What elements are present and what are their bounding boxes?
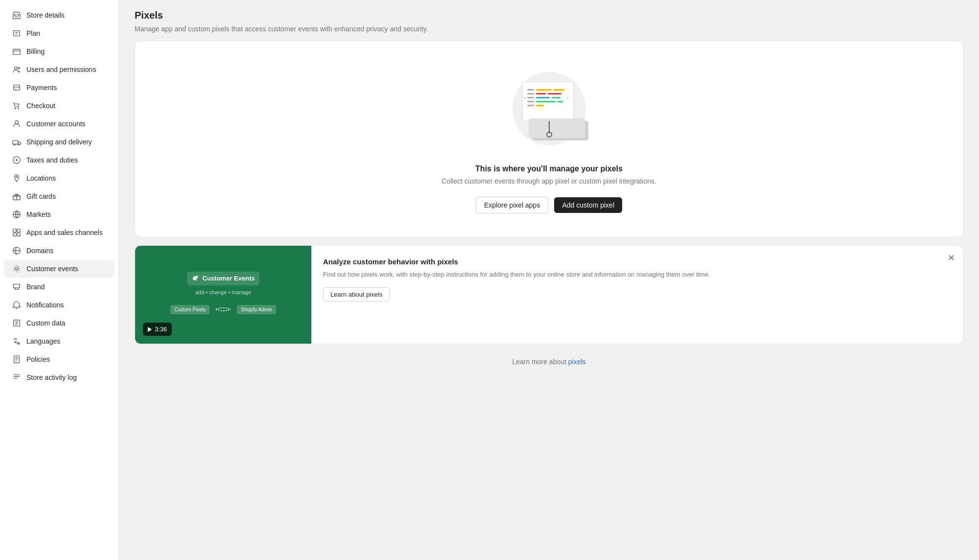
sidebar-item-plan-label: Plan xyxy=(26,29,40,37)
video-title-text: Customer Events xyxy=(203,275,255,282)
svg-rect-29 xyxy=(548,93,561,94)
sidebar-item-taxes-label: Taxes and duties xyxy=(26,156,78,164)
svg-rect-27 xyxy=(527,93,534,94)
svg-point-10 xyxy=(18,144,20,145)
promo-close-button[interactable]: ✕ xyxy=(948,254,955,262)
notifications-icon xyxy=(12,300,22,310)
sidebar-item-store-details[interactable]: Store details xyxy=(4,6,115,24)
svg-rect-16 xyxy=(13,233,16,236)
play-icon xyxy=(148,327,152,332)
sidebar-item-locations-label: Locations xyxy=(26,174,56,182)
page-description: Manage app and custom pixels that access… xyxy=(135,25,963,33)
sidebar-item-languages-label: Languages xyxy=(26,337,60,345)
brand-icon xyxy=(12,282,22,292)
learn-about-pixels-button[interactable]: Learn about pixels xyxy=(323,287,390,302)
sidebar-item-shipping-label: Shipping and delivery xyxy=(26,138,92,146)
sidebar-item-policies[interactable]: Policies xyxy=(4,350,115,368)
pixel-illustration: ‹ › xyxy=(495,65,603,153)
sidebar-item-taxes-duties[interactable]: Taxes and duties xyxy=(4,151,115,169)
sidebar-item-checkout[interactable]: Checkout xyxy=(4,97,115,115)
svg-rect-28 xyxy=(536,93,546,94)
customer-events-icon xyxy=(12,264,22,274)
svg-rect-35 xyxy=(558,101,563,102)
svg-rect-15 xyxy=(17,229,20,232)
svg-rect-32 xyxy=(552,97,560,98)
languages-icon xyxy=(12,336,22,346)
sidebar-item-notifications[interactable]: Notifications xyxy=(4,296,115,314)
sidebar-item-plan[interactable]: Plan xyxy=(4,24,115,42)
svg-rect-14 xyxy=(13,229,16,232)
empty-state-subtitle: Collect customer events through app pixe… xyxy=(442,177,656,185)
promo-card: Customer Events add • change • manage Cu… xyxy=(135,245,963,344)
svg-rect-26 xyxy=(554,89,564,91)
svg-point-9 xyxy=(14,144,15,145)
sidebar-item-store-activity-log[interactable]: Store activity log xyxy=(4,369,115,386)
play-badge[interactable]: 3:36 xyxy=(143,323,172,336)
svg-rect-25 xyxy=(536,89,552,91)
markets-icon xyxy=(12,210,22,219)
apps-icon xyxy=(12,228,22,237)
promo-description: Find out how pixels work, with step-by-s… xyxy=(323,270,951,280)
sidebar-item-markets-label: Markets xyxy=(26,210,51,218)
svg-rect-2 xyxy=(13,49,20,55)
svg-rect-31 xyxy=(536,97,550,98)
sidebar-item-users-permissions[interactable]: Users and permissions xyxy=(4,61,115,78)
locations-icon xyxy=(12,173,22,183)
pixels-link[interactable]: pixels xyxy=(568,358,586,366)
sidebar-item-gift-cards[interactable]: Gift cards xyxy=(4,187,115,205)
svg-rect-41 xyxy=(529,118,585,138)
sidebar-item-brand[interactable]: Brand xyxy=(4,278,115,296)
svg-rect-30 xyxy=(527,97,534,98)
sidebar-item-custom-data[interactable]: Custom data xyxy=(4,314,115,332)
video-label2: Shopify Admin xyxy=(237,305,276,314)
svg-point-4 xyxy=(18,68,20,70)
sidebar-item-store-activity-log-label: Store activity log xyxy=(26,373,77,381)
sidebar-item-billing-label: Billing xyxy=(26,47,45,55)
svg-point-19 xyxy=(15,267,18,270)
sidebar-item-policies-label: Policies xyxy=(26,355,50,363)
sidebar-item-domains[interactable]: Domains xyxy=(4,242,115,259)
main-content: Pixels Manage app and custom pixels that… xyxy=(119,0,979,560)
svg-point-5 xyxy=(15,108,16,109)
svg-point-11 xyxy=(16,176,18,178)
svg-point-6 xyxy=(18,108,19,109)
sidebar-item-locations[interactable]: Locations xyxy=(4,169,115,187)
promo-video-thumbnail[interactable]: Customer Events add • change • manage Cu… xyxy=(135,246,311,344)
policies-icon xyxy=(12,354,22,364)
sidebar-item-languages[interactable]: Languages xyxy=(4,332,115,350)
explore-pixel-apps-button[interactable]: Explore pixel apps xyxy=(476,197,548,213)
sidebar-item-payments-label: Payments xyxy=(26,84,57,92)
sidebar-item-payments[interactable]: Payments xyxy=(4,79,115,96)
customer-accounts-icon xyxy=(12,119,22,129)
sidebar-item-customer-accounts[interactable]: Customer accounts xyxy=(4,115,115,133)
svg-rect-1 xyxy=(14,31,20,36)
video-duration: 3:36 xyxy=(155,326,167,333)
page-title: Pixels xyxy=(135,0,963,25)
payments-icon xyxy=(12,83,22,93)
add-custom-pixel-button[interactable]: Add custom pixel xyxy=(554,197,622,213)
store-icon xyxy=(12,10,22,20)
sidebar-item-customer-accounts-label: Customer accounts xyxy=(26,120,86,128)
svg-text:‹: ‹ xyxy=(524,94,526,101)
sidebar-item-markets[interactable]: Markets xyxy=(4,206,115,223)
activity-log-icon xyxy=(12,373,22,382)
empty-state-card: ‹ › This is where you'll manage your pix… xyxy=(135,41,963,237)
promo-content: ✕ Analyze customer behavior with pixels … xyxy=(311,246,963,344)
sidebar-item-custom-data-label: Custom data xyxy=(26,319,65,327)
sidebar-item-apps-sales-channels[interactable]: Apps and sales channels xyxy=(4,224,115,241)
sidebar-item-domains-label: Domains xyxy=(26,247,53,255)
empty-state-title: This is where you'll manage your pixels xyxy=(475,164,623,173)
sidebar-item-gift-cards-label: Gift cards xyxy=(26,192,56,200)
svg-rect-8 xyxy=(13,140,18,144)
shipping-icon xyxy=(12,137,22,147)
sidebar-item-checkout-label: Checkout xyxy=(26,102,55,110)
footer-link-area: Learn more about pixels xyxy=(135,352,963,372)
sidebar-item-billing[interactable]: Billing xyxy=(4,43,115,60)
gift-cards-icon xyxy=(12,191,22,201)
svg-rect-37 xyxy=(536,105,544,106)
sidebar-item-shipping-delivery[interactable]: Shipping and delivery xyxy=(4,133,115,151)
users-icon xyxy=(12,65,22,74)
sidebar-item-customer-events[interactable]: Customer events xyxy=(4,260,115,278)
sidebar-item-brand-label: Brand xyxy=(26,283,45,291)
svg-rect-33 xyxy=(527,101,534,102)
